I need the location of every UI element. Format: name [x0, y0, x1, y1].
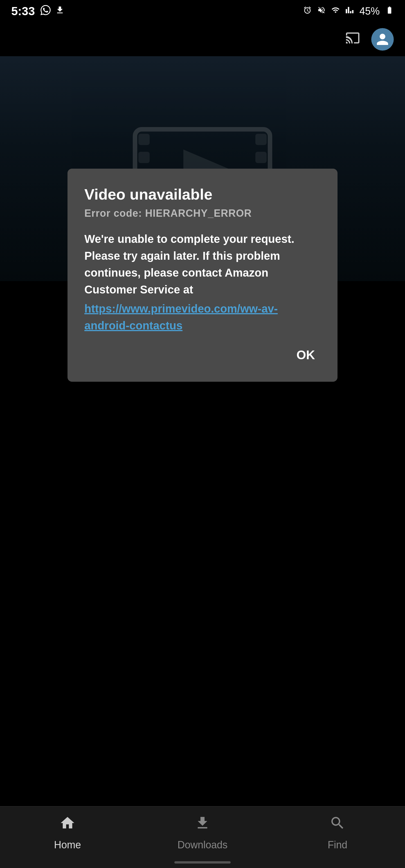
download-status-icon	[55, 5, 65, 18]
error-code-value: HIERARCHY_ERROR	[145, 208, 252, 219]
dialog-message: We're unable to complete your request. P…	[84, 230, 321, 298]
dialog-title: Video unavailable	[84, 186, 321, 203]
nav-item-home[interactable]: Home	[39, 815, 96, 851]
wifi-icon	[331, 6, 340, 17]
home-icon	[59, 815, 76, 835]
nav-item-downloads[interactable]: Downloads	[174, 815, 231, 851]
error-code-label: Error code:	[84, 208, 145, 219]
status-bar-right: 45%	[303, 5, 394, 17]
dialog-link[interactable]: https://www.primevideo.com/ww-av-android…	[84, 300, 321, 334]
status-bar-left: 5:33	[11, 4, 65, 18]
nav-item-find[interactable]: Find	[309, 815, 366, 851]
ok-button[interactable]: OK	[291, 345, 321, 365]
nav-label-find: Find	[328, 839, 347, 851]
nav-label-home: Home	[54, 839, 81, 851]
battery-icon	[385, 6, 394, 17]
find-icon	[329, 815, 346, 835]
avatar-button[interactable]	[371, 28, 394, 51]
app-header	[0, 23, 405, 56]
mute-icon	[317, 6, 326, 17]
status-time: 5:33	[11, 4, 35, 18]
svg-rect-6	[255, 152, 267, 163]
cast-button[interactable]	[345, 31, 360, 48]
error-dialog: Video unavailable Error code: HIERARCHY_…	[67, 169, 338, 382]
dialog-error-code: Error code: HIERARCHY_ERROR	[84, 208, 321, 219]
status-icons-left	[40, 5, 65, 18]
nav-label-downloads: Downloads	[177, 839, 228, 851]
bottom-nav: Home Downloads Find	[0, 806, 405, 868]
status-bar: 5:33	[0, 0, 405, 23]
dialog-actions: OK	[84, 345, 321, 365]
svg-rect-1	[138, 134, 150, 145]
svg-rect-5	[255, 134, 267, 145]
whatsapp-icon	[40, 5, 51, 18]
battery-percent: 45%	[359, 5, 380, 17]
alarm-icon	[303, 6, 312, 17]
home-indicator	[174, 861, 231, 864]
signal-icon	[345, 6, 354, 17]
downloads-icon	[194, 815, 211, 835]
svg-rect-2	[138, 152, 150, 163]
